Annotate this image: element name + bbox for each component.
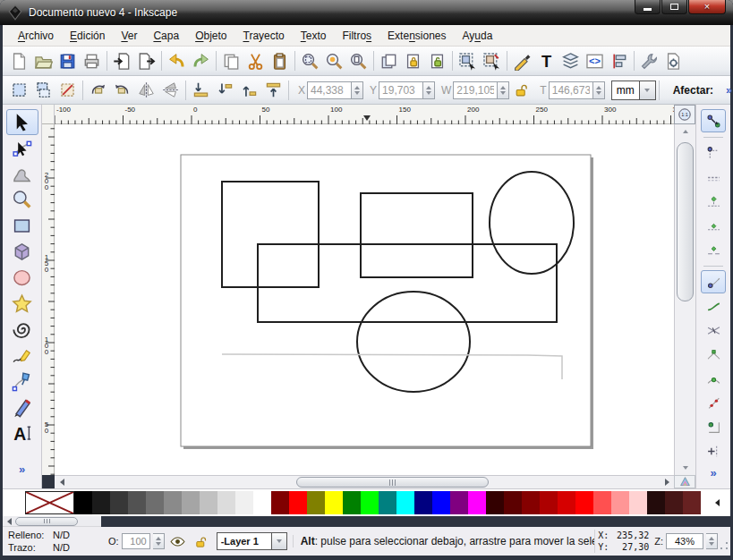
vertical-ruler[interactable]: 20015010050 bbox=[42, 124, 55, 475]
zoom-page-button[interactable] bbox=[346, 49, 371, 72]
palette-swatch[interactable] bbox=[414, 491, 432, 514]
palette-swatch[interactable] bbox=[468, 491, 486, 514]
palette-swatch[interactable] bbox=[164, 491, 182, 514]
scroll-left-button[interactable] bbox=[55, 476, 69, 488]
tool-controls-expander[interactable]: » bbox=[726, 83, 732, 97]
minimize-button[interactable] bbox=[635, 0, 661, 14]
menu-filtros[interactable]: Filtros bbox=[334, 27, 379, 45]
snap-object-centers-button[interactable] bbox=[701, 415, 726, 438]
undo-button[interactable] bbox=[165, 49, 189, 72]
snap-bbox-button[interactable] bbox=[701, 141, 726, 165]
box3d-tool-button[interactable] bbox=[6, 239, 38, 265]
snap-smooth-nodes-button[interactable] bbox=[701, 367, 726, 390]
y-input[interactable] bbox=[379, 81, 423, 99]
flip-horizontal-button[interactable] bbox=[134, 79, 158, 102]
fill-stroke-indicator[interactable]: Relleno: N/D Trazo: N/D bbox=[3, 529, 108, 554]
opacity-input[interactable] bbox=[122, 533, 150, 549]
menu-extensiones[interactable]: Extensiones bbox=[379, 27, 454, 45]
palette-swatch[interactable] bbox=[647, 491, 665, 514]
redo-button[interactable] bbox=[189, 49, 213, 72]
text-dialog-button[interactable]: T bbox=[534, 49, 558, 72]
horizontal-scrollbar[interactable] bbox=[55, 475, 674, 488]
scroll-up-button[interactable] bbox=[675, 124, 695, 139]
snap-bbox-edges-button[interactable] bbox=[701, 165, 726, 189]
snap-bbox-corners-button[interactable] bbox=[701, 190, 726, 213]
save-document-button[interactable] bbox=[55, 49, 80, 72]
palette-swatch[interactable] bbox=[325, 491, 343, 514]
text-tool-button[interactable]: A bbox=[6, 420, 38, 446]
scroll-down-button[interactable] bbox=[675, 461, 695, 475]
palette-swatch[interactable] bbox=[182, 491, 200, 514]
unlink-clone-button[interactable] bbox=[425, 49, 449, 72]
menu-texto[interactable]: Texto bbox=[293, 27, 335, 45]
color-management-button[interactable] bbox=[674, 475, 695, 488]
lower-one-step-button[interactable] bbox=[213, 79, 237, 102]
zoom-input[interactable]: 43% bbox=[666, 533, 703, 549]
units-dropdown-button[interactable] bbox=[640, 81, 656, 100]
copy-button[interactable] bbox=[219, 49, 243, 72]
palette-swatch[interactable] bbox=[504, 491, 522, 514]
layer-visibility-button[interactable] bbox=[168, 531, 188, 551]
palette-swatch[interactable] bbox=[683, 491, 701, 514]
create-clone-button[interactable] bbox=[401, 49, 425, 72]
palette-swatch[interactable] bbox=[665, 491, 683, 514]
palette-swatch[interactable] bbox=[558, 491, 575, 514]
y-spinner[interactable] bbox=[423, 81, 435, 99]
snapbar-expander[interactable]: » bbox=[710, 466, 716, 488]
w-spinner[interactable] bbox=[498, 81, 509, 99]
palette-swatch[interactable] bbox=[110, 491, 128, 514]
palette-swatch[interactable] bbox=[396, 491, 414, 514]
cut-button[interactable] bbox=[243, 49, 268, 72]
duplicate-button[interactable] bbox=[377, 49, 401, 72]
lower-to-bottom-button[interactable] bbox=[189, 79, 213, 102]
palette-swatch[interactable] bbox=[92, 491, 110, 514]
export-png-button[interactable] bbox=[134, 49, 158, 72]
deselect-button[interactable] bbox=[55, 79, 80, 102]
scroll-right-button[interactable] bbox=[660, 476, 674, 488]
pencil-tool-button[interactable] bbox=[6, 343, 38, 369]
palette-scroll-left-button[interactable] bbox=[3, 516, 15, 527]
palette-swatch[interactable] bbox=[379, 491, 396, 514]
horizontal-ruler[interactable]: -100-50050100150200250300350 bbox=[55, 105, 674, 124]
paste-button[interactable] bbox=[268, 49, 292, 72]
rotate-cw-button[interactable] bbox=[110, 79, 134, 102]
palette-swatch[interactable] bbox=[486, 491, 504, 514]
menu-archivo[interactable]: Archivo bbox=[10, 27, 62, 45]
menu-capa[interactable]: Capa bbox=[145, 27, 187, 45]
menu-ver[interactable]: Ver bbox=[113, 27, 145, 45]
palette-swatch[interactable] bbox=[200, 491, 217, 514]
w-input[interactable] bbox=[453, 81, 498, 99]
layer-name[interactable]: -Layer 1 bbox=[217, 532, 272, 550]
new-document-button[interactable] bbox=[7, 49, 31, 72]
canvas[interactable] bbox=[55, 124, 674, 475]
zoom-selection-button[interactable] bbox=[298, 49, 322, 72]
t-input[interactable] bbox=[549, 81, 593, 99]
group-objects-button[interactable] bbox=[456, 49, 480, 72]
menu-objeto[interactable]: Objeto bbox=[187, 27, 234, 45]
palette-swatch[interactable] bbox=[432, 491, 450, 514]
align-distribute-button[interactable] bbox=[607, 49, 631, 72]
x-input[interactable] bbox=[307, 81, 352, 99]
ellipse-tool-button[interactable] bbox=[6, 265, 38, 291]
units-dropdown[interactable]: mm bbox=[611, 81, 656, 100]
t-spinner[interactable] bbox=[593, 81, 605, 99]
palette-swatch[interactable] bbox=[450, 491, 468, 514]
menu-ayuda[interactable]: Ayuda bbox=[455, 27, 501, 45]
palette-swatch[interactable] bbox=[235, 491, 253, 514]
palette-swatch[interactable] bbox=[522, 491, 540, 514]
layers-dialog-button[interactable] bbox=[558, 49, 583, 72]
star-tool-button[interactable] bbox=[6, 291, 38, 317]
snap-cusp-nodes-button[interactable] bbox=[701, 343, 726, 366]
palette-swatch[interactable] bbox=[361, 491, 379, 514]
snap-line-midpoints-button[interactable] bbox=[701, 391, 726, 414]
palette-swatch[interactable] bbox=[271, 491, 289, 514]
select-all-layers-button[interactable] bbox=[31, 79, 55, 102]
palette-swatch[interactable] bbox=[611, 491, 629, 514]
palette-swatch[interactable] bbox=[253, 491, 271, 514]
vertical-scrollbar[interactable] bbox=[674, 124, 695, 475]
palette-scroll-thumb[interactable] bbox=[15, 517, 78, 526]
palette-scrollbar[interactable] bbox=[3, 516, 101, 527]
palette-swatch[interactable] bbox=[289, 491, 307, 514]
palette-swatch[interactable] bbox=[343, 491, 361, 514]
snap-bbox-edge-midpoints-button[interactable] bbox=[701, 214, 726, 237]
